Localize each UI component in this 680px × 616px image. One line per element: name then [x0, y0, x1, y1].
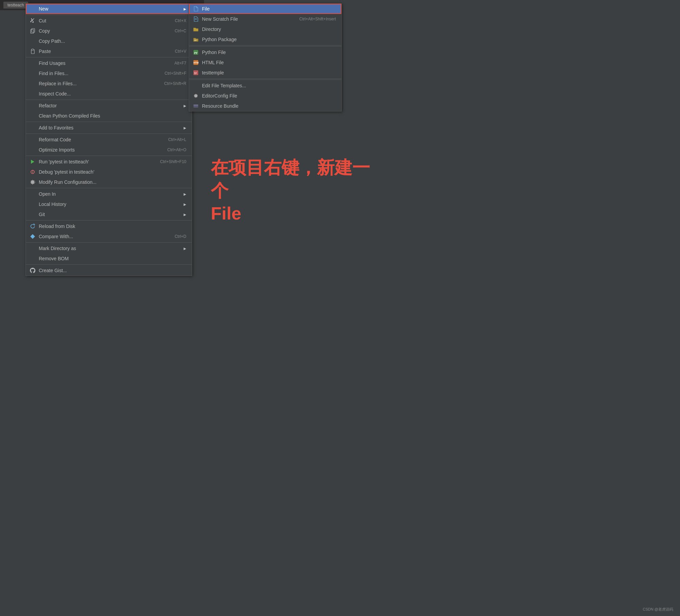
edit-templates-submenu-label: Edit File Templates... — [202, 83, 336, 88]
submenu-item-new-scratch[interactable]: New Scratch FileCtrl+Alt+Shift+Insert — [189, 14, 341, 24]
submenu-item-edit-templates[interactable]: Edit File Templates... — [189, 81, 341, 91]
context-menu: New▶CutCtrl+XCopyCtrl+CCopy Path...Paste… — [26, 3, 192, 276]
menu-item-mark-directory[interactable]: Mark Directory as▶ — [26, 243, 192, 253]
svg-rect-1 — [31, 30, 34, 33]
mark-directory-arrow-icon: ▶ — [184, 247, 186, 250]
submenu-item-file[interactable]: File — [189, 4, 341, 14]
optimize-imports-icon — [29, 146, 36, 153]
menu-item-debug[interactable]: Debug 'pytest in testteach' — [26, 167, 192, 177]
annotation-line1: 在项目右键，新建一个 — [211, 158, 370, 200]
submenu-divider-testtemple — [189, 80, 341, 80]
menu-divider — [26, 242, 192, 243]
file-submenu: FileNew Scratch FileCtrl+Alt+Shift+Inser… — [189, 3, 342, 111]
refactor-arrow-icon: ▶ — [184, 104, 186, 108]
submenu-item-directory[interactable]: Directory — [189, 24, 341, 34]
menu-item-reformat-code[interactable]: Reformat CodeCtrl+Alt+L — [26, 135, 192, 145]
svg-text:HTM: HTM — [193, 61, 199, 64]
menu-item-create-gist[interactable]: Create Gist... — [26, 265, 192, 276]
file-submenu-icon — [192, 5, 199, 12]
tab-label: testteach — [3, 2, 28, 8]
replace-in-files-shortcut: Ctrl+Shift+R — [164, 81, 186, 86]
git-label: Git — [39, 212, 181, 217]
menu-item-find-in-files[interactable]: Find in Files...Ctrl+Shift+F — [26, 68, 192, 78]
testtemple-submenu-label: testtemple — [202, 70, 336, 75]
menu-divider — [26, 264, 192, 265]
submenu-item-python-file[interactable]: pyPython File — [189, 47, 341, 57]
paste-label: Paste — [39, 49, 168, 54]
replace-in-files-label: Replace in Files... — [39, 81, 157, 86]
run-label: Run 'pytest in testteach' — [39, 159, 153, 164]
annotation-text: 在项目右键，新建一个 File — [211, 156, 381, 225]
menu-item-clean-python[interactable]: Clean Python Compiled Files — [26, 111, 192, 121]
create-gist-label: Create Gist... — [39, 268, 186, 273]
menu-item-reload[interactable]: Reload from Disk — [26, 221, 192, 231]
directory-submenu-icon — [192, 26, 199, 33]
menu-item-inspect-code[interactable]: Inspect Code... — [26, 89, 192, 99]
replace-in-files-icon — [29, 80, 36, 87]
submenu-item-resource-bundle[interactable]: Resource Bundle — [189, 101, 341, 111]
inspect-code-label: Inspect Code... — [39, 91, 186, 96]
submenu-divider-python-package — [189, 46, 341, 47]
clean-python-label: Clean Python Compiled Files — [39, 113, 186, 119]
menu-item-add-favorites[interactable]: Add to Favorites▶ — [26, 123, 192, 133]
menu-item-refactor[interactable]: Refactor▶ — [26, 101, 192, 111]
svg-rect-18 — [193, 105, 198, 106]
submenu-item-python-package[interactable]: pyPython Package — [189, 34, 341, 46]
menu-item-new[interactable]: New▶ — [26, 4, 192, 14]
submenu-item-html-file[interactable]: HTMHTML File — [189, 57, 341, 68]
cut-label: Cut — [39, 18, 168, 23]
menu-item-compare-with[interactable]: Compare With...Ctrl+D — [26, 231, 192, 242]
optimize-imports-label: Optimize Imports — [39, 147, 160, 153]
menu-item-paste[interactable]: PasteCtrl+V — [26, 46, 192, 56]
run-icon — [29, 158, 36, 165]
edit-templates-submenu-icon — [192, 82, 199, 89]
menu-item-local-history[interactable]: Local History▶ — [26, 199, 192, 209]
menu-item-cut[interactable]: CutCtrl+X — [26, 16, 192, 26]
menu-item-copy-path[interactable]: Copy Path... — [26, 36, 192, 46]
open-in-icon — [29, 191, 36, 197]
menu-item-find-usages[interactable]: Find UsagesAlt+F7 — [26, 58, 192, 68]
add-favorites-label: Add to Favorites — [39, 125, 181, 130]
clean-python-icon — [29, 112, 36, 119]
svg-rect-19 — [193, 106, 198, 107]
mark-directory-icon — [29, 245, 36, 252]
reformat-code-shortcut: Ctrl+Alt+L — [168, 137, 186, 142]
submenu-item-editorconfig[interactable]: EditorConfig File — [189, 91, 341, 101]
find-in-files-icon — [29, 70, 36, 77]
file-submenu-label: File — [202, 6, 336, 12]
svg-point-6 — [32, 171, 33, 171]
menu-item-open-in[interactable]: Open In▶ — [26, 189, 192, 199]
menu-item-git[interactable]: Git▶ — [26, 209, 192, 219]
svg-text:py: py — [194, 39, 197, 41]
open-in-arrow-icon: ▶ — [184, 192, 186, 196]
menu-divider — [26, 156, 192, 156]
menu-item-modify-run[interactable]: Modify Run Configuration... — [26, 177, 192, 187]
python-package-submenu-icon: py — [192, 36, 199, 43]
resource-bundle-submenu-icon — [192, 103, 199, 109]
svg-text:py: py — [194, 51, 198, 54]
menu-item-copy[interactable]: CopyCtrl+C — [26, 26, 192, 36]
submenu-item-testtemple[interactable]: tpltesttemple — [189, 68, 341, 79]
menu-item-optimize-imports[interactable]: Optimize ImportsCtrl+Alt+O — [26, 145, 192, 155]
copy-label: Copy — [39, 28, 168, 34]
html-file-submenu-icon: HTM — [192, 59, 199, 66]
find-usages-icon — [29, 60, 36, 67]
resource-bundle-submenu-label: Resource Bundle — [202, 103, 336, 109]
compare-with-label: Compare With... — [39, 234, 168, 239]
svg-marker-8 — [30, 234, 35, 239]
menu-item-replace-in-files[interactable]: Replace in Files...Ctrl+Shift+R — [26, 78, 192, 89]
menu-item-run[interactable]: Run 'pytest in testteach'Ctrl+Shift+F10 — [26, 157, 192, 167]
copy-icon — [29, 28, 36, 34]
refactor-label: Refactor — [39, 103, 181, 108]
new-arrow-icon: ▶ — [184, 7, 186, 11]
find-usages-shortcut: Alt+F7 — [174, 61, 186, 66]
paste-icon — [29, 48, 36, 55]
menu-divider — [26, 122, 192, 122]
paste-shortcut: Ctrl+V — [175, 49, 186, 54]
menu-item-remove-bom[interactable]: Remove BOM — [26, 253, 192, 264]
compare-with-icon — [29, 233, 36, 240]
cut-icon — [29, 17, 36, 24]
local-history-arrow-icon: ▶ — [184, 203, 186, 206]
svg-marker-4 — [31, 160, 34, 164]
svg-rect-0 — [32, 29, 35, 32]
